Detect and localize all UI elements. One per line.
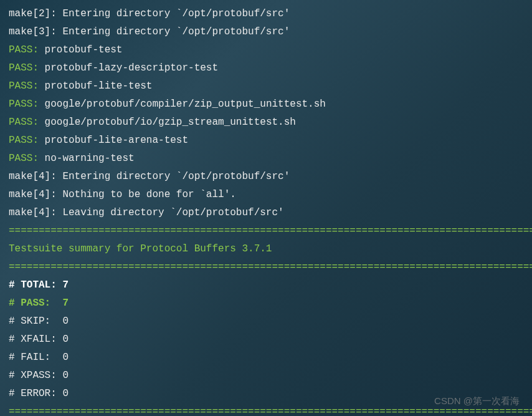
terminal-line: PASS: protobuf-lite-arena-test bbox=[9, 132, 523, 150]
terminal-text: make[4]: Nothing to be done for `all'. bbox=[9, 189, 236, 200]
terminal-line: # SKIP: 0 bbox=[9, 312, 523, 331]
terminal-text: # XFAIL: 0 bbox=[9, 334, 69, 345]
terminal-text: PASS: bbox=[9, 62, 39, 74]
terminal-text: ========================================… bbox=[9, 261, 532, 273]
terminal-line: ========================================… bbox=[9, 222, 523, 240]
terminal-text: # PASS: 7 bbox=[9, 297, 69, 309]
terminal-text: protobuf-lite-test bbox=[39, 80, 152, 92]
terminal-line: # PASS: 7 bbox=[9, 294, 523, 312]
terminal-text: # XPASS: 0 bbox=[9, 370, 69, 381]
terminal-text: no-warning-test bbox=[39, 153, 135, 164]
terminal-text: # SKIP: 0 bbox=[9, 316, 69, 327]
terminal-line: PASS: protobuf-test bbox=[9, 41, 523, 59]
terminal-text: Testsuite summary for Protocol Buffers 3… bbox=[9, 243, 272, 254]
terminal-line: make[4]: Nothing to be done for `all'. bbox=[9, 186, 523, 204]
terminal-text: # ERROR: 0 bbox=[9, 388, 69, 399]
terminal-line: make[4]: Leaving directory `/opt/protobu… bbox=[9, 204, 523, 222]
terminal-line: PASS: google/protobuf/compiler/zip_outpu… bbox=[9, 95, 523, 114]
terminal-text: make[4]: Leaving directory `/opt/protobu… bbox=[9, 207, 284, 218]
terminal-text: protobuf-lazy-descriptor-test bbox=[39, 62, 218, 74]
terminal-text: PASS: bbox=[9, 117, 39, 128]
terminal-line: # XFAIL: 0 bbox=[9, 331, 523, 349]
terminal-output: make[2]: Entering directory `/opt/protob… bbox=[9, 5, 523, 416]
terminal-text: PASS: bbox=[9, 99, 39, 110]
terminal-text: PASS: bbox=[9, 80, 39, 92]
terminal-text: # TOTAL: 7 bbox=[9, 279, 69, 291]
terminal-text: google/protobuf/io/gzip_stream_unittest.… bbox=[39, 117, 296, 128]
terminal-line: make[4]: Entering directory `/opt/protob… bbox=[9, 168, 523, 186]
terminal-line: Testsuite summary for Protocol Buffers 3… bbox=[9, 240, 523, 258]
terminal-line: PASS: protobuf-lazy-descriptor-test bbox=[9, 59, 523, 77]
terminal-line: PASS: no-warning-test bbox=[9, 150, 523, 168]
terminal-line: make[3]: Entering directory `/opt/protob… bbox=[9, 23, 523, 41]
terminal-line: ========================================… bbox=[9, 258, 523, 276]
terminal-text: make[4]: Entering directory `/opt/protob… bbox=[9, 171, 290, 182]
terminal-text: google/protobuf/compiler/zip_output_unit… bbox=[39, 99, 326, 110]
watermark: CSDN @第一次看海 bbox=[434, 392, 520, 410]
terminal-line: # FAIL: 0 bbox=[9, 349, 523, 367]
terminal-text: ========================================… bbox=[9, 225, 532, 236]
terminal-line: make[2]: Entering directory `/opt/protob… bbox=[9, 5, 523, 23]
terminal-text: PASS: bbox=[9, 135, 39, 146]
terminal-line: # XPASS: 0 bbox=[9, 367, 523, 385]
terminal-text: protobuf-lite-arena-test bbox=[39, 135, 188, 146]
terminal-text: PASS: bbox=[9, 44, 39, 56]
terminal-text: make[2]: Entering directory `/opt/protob… bbox=[9, 8, 290, 19]
terminal-text: PASS: bbox=[9, 153, 39, 164]
terminal-text: make[3]: Entering directory `/opt/protob… bbox=[9, 26, 290, 37]
terminal-text: # FAIL: 0 bbox=[9, 352, 69, 363]
terminal-line: PASS: protobuf-lite-test bbox=[9, 77, 523, 95]
terminal-text: protobuf-test bbox=[39, 44, 122, 56]
terminal-line: PASS: google/protobuf/io/gzip_stream_uni… bbox=[9, 114, 523, 132]
terminal-line: # TOTAL: 7 bbox=[9, 276, 523, 294]
